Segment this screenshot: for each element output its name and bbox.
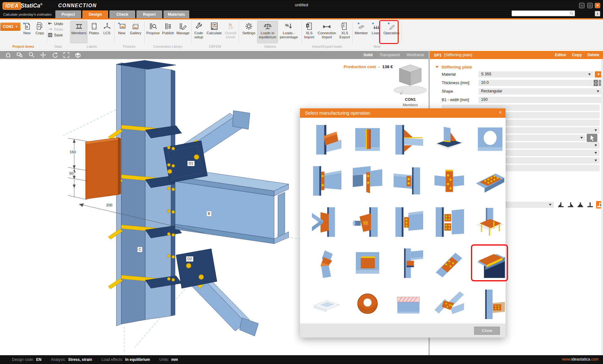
- member-label-d2[interactable]: D2: [186, 256, 193, 262]
- website-link[interactable]: www.ideastatica.com: [562, 357, 599, 361]
- rotate-icon[interactable]: [51, 52, 58, 58]
- close-button[interactable]: ✕: [595, 3, 600, 8]
- connection-import-button[interactable]: ConnectionImport: [316, 21, 338, 43]
- project-item-dropdown[interactable]: CON1▼: [0, 23, 20, 31]
- weld-plain-icon[interactable]: [586, 201, 594, 209]
- dropdown-arrow-icon[interactable]: [595, 129, 597, 131]
- operation-beam-end-plate[interactable]: [353, 166, 382, 196]
- member-button[interactable]: Member: [353, 21, 369, 43]
- dropdown-arrow-icon[interactable]: [595, 152, 597, 154]
- operation-base-plate[interactable]: [434, 125, 464, 155]
- load-button[interactable]: Load: [369, 21, 382, 43]
- home-icon[interactable]: [5, 52, 12, 58]
- dropdown-arrow-icon[interactable]: [549, 204, 551, 206]
- property-value[interactable]: S 355: [479, 71, 593, 78]
- members-button[interactable]: Members: [70, 21, 87, 43]
- member-label-c[interactable]: C: [137, 247, 142, 252]
- search-input[interactable]: [512, 11, 568, 16]
- operation-gusset-cross-brace[interactable]: [312, 207, 341, 237]
- tab-materials[interactable]: Materials: [163, 10, 189, 18]
- tab-report[interactable]: Report: [136, 10, 162, 18]
- operation-connecting-plate[interactable]: [434, 166, 464, 196]
- member-label-b[interactable]: B: [207, 211, 212, 216]
- operation-timber-splice[interactable]: [475, 290, 505, 319]
- loads-percentage-button[interactable]: %Loads -percentage: [278, 21, 300, 43]
- operation-truss-gusset[interactable]: [434, 290, 464, 319]
- operation-ghost-plate[interactable]: [312, 290, 341, 319]
- view-mode-transparent[interactable]: Transparent: [379, 53, 400, 57]
- dropdown-arrow-icon[interactable]: [597, 90, 599, 92]
- operation-tube-opening[interactable]: [353, 290, 382, 319]
- operation-negative-volume[interactable]: [394, 290, 423, 319]
- member-label-d1[interactable]: D1: [187, 161, 195, 166]
- dropdown-arrow-icon[interactable]: [588, 73, 591, 75]
- lcs-button[interactable]: LCS: [101, 21, 113, 43]
- dropdown-arrow-icon[interactable]: [595, 160, 597, 161]
- section-header[interactable]: Stiffening plate: [435, 65, 472, 69]
- manage-button[interactable]: Manage: [175, 21, 191, 43]
- info-button[interactable]: i: [595, 11, 600, 16]
- operation-button[interactable]: Operation: [382, 21, 401, 43]
- pick-in-scene-button[interactable]: [587, 134, 597, 142]
- plates-button[interactable]: Plates: [88, 21, 100, 43]
- settings-button[interactable]: Settings: [241, 21, 257, 43]
- view-mode-solid[interactable]: Solid: [363, 53, 373, 57]
- weld-left-icon[interactable]: [557, 201, 565, 209]
- beam-member[interactable]: [175, 170, 289, 244]
- operation-lap-splice[interactable]: [434, 248, 464, 278]
- save-button[interactable]: Save: [48, 33, 70, 37]
- property-value[interactable]: 10.0: [479, 80, 593, 86]
- propose-button[interactable]: Propose: [145, 21, 161, 43]
- gallery-button[interactable]: Gallery: [128, 21, 143, 43]
- operation-stiffening-plate[interactable]: [475, 248, 505, 278]
- operation-corner-cleat[interactable]: [394, 248, 423, 278]
- operation-doubler-plate[interactable]: [353, 248, 382, 278]
- operation-rib[interactable]: [394, 125, 423, 155]
- operation-stiffener[interactable]: [353, 125, 382, 155]
- tab-project[interactable]: Project: [55, 10, 81, 18]
- operation-plate-to-plate[interactable]: [394, 207, 423, 237]
- delete-operation-button[interactable]: Delete: [587, 53, 599, 57]
- property-value[interactable]: Rectangular: [479, 88, 602, 95]
- dropdown-arrow-icon[interactable]: [580, 137, 583, 139]
- view-mode-wireframe[interactable]: Wireframe: [407, 53, 424, 57]
- operation-stub-connection[interactable]: [353, 207, 382, 237]
- tab-check[interactable]: Check: [109, 10, 135, 18]
- dialog-close-icon[interactable]: ×: [499, 110, 502, 115]
- dialog-close-button[interactable]: Close: [474, 327, 500, 335]
- redo-button[interactable]: Redo: [48, 27, 70, 32]
- xls-export-button[interactable]: XXLSExport: [338, 21, 351, 43]
- operation-bend-elbow[interactable]: [312, 248, 341, 278]
- property-value[interactable]: 150: [479, 97, 602, 103]
- solid-view-icon[interactable]: [75, 52, 81, 58]
- tab-design[interactable]: Design: [82, 10, 108, 18]
- dialog-header[interactable]: Select manufacturing operation ×: [300, 108, 506, 118]
- tree-node-members[interactable]: Members: [395, 103, 426, 107]
- operation-workplane-table[interactable]: [475, 207, 505, 237]
- code-setup-button[interactable]: Codesetup: [192, 21, 205, 43]
- publish-button[interactable]: Publish: [161, 21, 175, 43]
- operation-cut-of-member[interactable]: [312, 125, 341, 155]
- overall-check-button[interactable]: Overallcheck: [224, 21, 238, 43]
- fit-view-icon[interactable]: [63, 52, 70, 58]
- copy-button[interactable]: Copy: [34, 21, 46, 43]
- navigation-cube[interactable]: [394, 65, 427, 94]
- operation-bolted-splice[interactable]: [434, 207, 464, 237]
- zoom-window-icon[interactable]: [16, 52, 23, 58]
- operation-end-plate[interactable]: [312, 166, 341, 196]
- panel-scrollbar[interactable]: [601, 59, 603, 355]
- new-button[interactable]: New: [21, 21, 33, 43]
- pan-icon[interactable]: [40, 52, 47, 58]
- loads-in-equilibrium-button[interactable]: Loads inequilibrium: [257, 21, 278, 43]
- weld-both-icon[interactable]: [577, 201, 584, 209]
- value-spinner[interactable]: ▲▼: [594, 80, 598, 86]
- undo-button[interactable]: Undo: [48, 21, 70, 26]
- operation-opening[interactable]: [475, 125, 505, 155]
- operation-fin-plate[interactable]: [394, 166, 423, 196]
- xls-import-button[interactable]: XXLSImport: [302, 21, 316, 43]
- maximize-button[interactable]: □: [587, 3, 593, 8]
- tree-node-con1[interactable]: CON1: [395, 97, 426, 102]
- weld-right-icon[interactable]: [567, 201, 574, 209]
- zoom-icon[interactable]: [28, 52, 35, 58]
- copy-operation-button[interactable]: Copy: [572, 53, 582, 57]
